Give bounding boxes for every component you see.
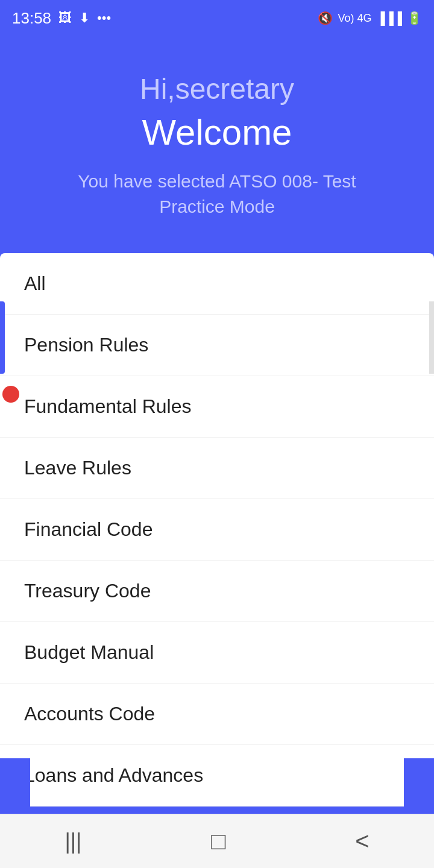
menu-item-all[interactable]: All xyxy=(0,253,434,315)
download-icon: ⬇ xyxy=(79,10,90,26)
menu-item-fundamental-rules[interactable]: Fundamental Rules xyxy=(0,376,434,438)
menu-item-loans-advances[interactable]: Loans and Advances xyxy=(0,745,434,807)
photo-icon: 🖼 xyxy=(58,10,72,26)
side-accent-left xyxy=(0,301,5,374)
red-dot-indicator xyxy=(2,386,19,403)
mute-icon: 🔇 xyxy=(318,11,333,25)
selected-info-text: You have selected ATSO 008- Test xyxy=(18,171,416,192)
back-button[interactable]: < xyxy=(355,828,369,855)
menu-item-treasury-code[interactable]: Treasury Code xyxy=(0,561,434,622)
bottom-bar-left xyxy=(0,758,30,807)
recent-apps-button[interactable]: ||| xyxy=(64,829,81,854)
greeting-text: Hi,secretary xyxy=(18,72,416,105)
menu-item-leave-rules[interactable]: Leave Rules xyxy=(0,438,434,499)
battery-icon: 🔋 xyxy=(407,11,422,25)
menu-item-pension-rules[interactable]: Pension Rules xyxy=(0,315,434,376)
practice-mode-text: Practice Mode xyxy=(18,197,416,217)
status-bar: 13:58 🖼 ⬇ ••• 🔇 Vo) 4G ▐▐▐ 🔋 xyxy=(0,0,434,36)
menu-item-accounts-code[interactable]: Accounts Code xyxy=(0,684,434,745)
home-button[interactable]: □ xyxy=(211,828,225,855)
nav-bar: ||| □ < xyxy=(0,814,434,868)
bars-icon: ▐▐▐ xyxy=(376,11,402,25)
bottom-bar-right xyxy=(404,758,434,807)
welcome-text: Welcome xyxy=(18,112,416,153)
status-right: 🔇 Vo) 4G ▐▐▐ 🔋 xyxy=(318,11,422,25)
header-area: Hi,secretary Welcome You have selected A… xyxy=(0,36,434,253)
scroll-bar-right xyxy=(429,301,434,374)
more-icon: ••• xyxy=(97,10,111,26)
signal-icon: Vo) 4G xyxy=(338,12,371,25)
menu-item-budget-manual[interactable]: Budget Manual xyxy=(0,622,434,684)
status-left: 13:58 🖼 ⬇ ••• xyxy=(12,9,111,28)
clock: 13:58 xyxy=(12,9,51,28)
menu-item-financial-code[interactable]: Financial Code xyxy=(0,499,434,561)
dropdown-menu: All Pension Rules Fundamental Rules Leav… xyxy=(0,253,434,807)
